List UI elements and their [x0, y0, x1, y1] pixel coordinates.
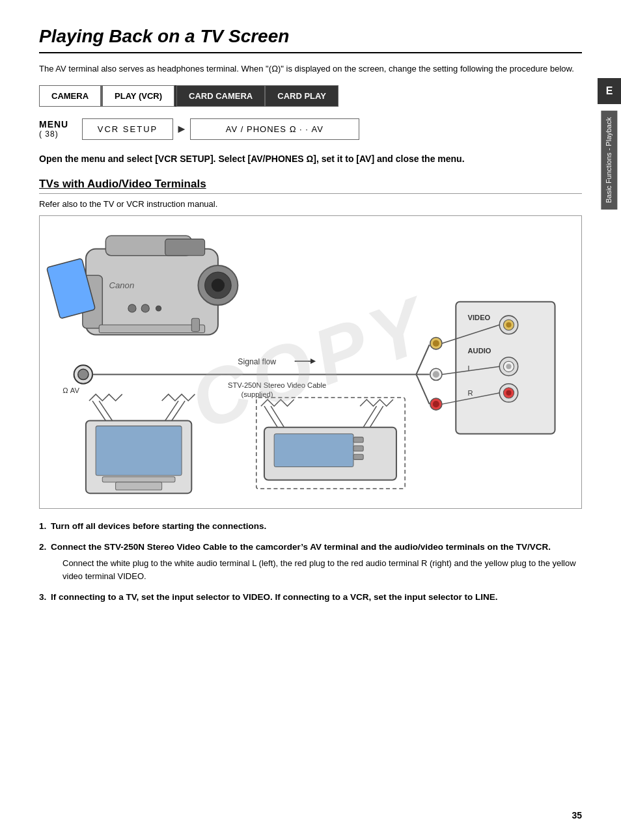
mode-btn-card-camera[interactable]: CARD CAMERA — [176, 85, 265, 107]
mode-buttons-row: CAMERA PLAY (VCR) CARD CAMERA CARD PLAY — [39, 85, 582, 107]
page-number: 35 — [572, 810, 582, 820]
av-label: Ω AV — [62, 386, 79, 394]
svg-line-42 — [99, 401, 112, 420]
mode-btn-camera[interactable]: CAMERA — [39, 85, 101, 107]
menu-label: MENU ( 38) — [39, 119, 78, 139]
svg-point-14 — [78, 370, 89, 380]
svg-line-50 — [271, 406, 284, 427]
svg-point-36 — [506, 390, 511, 396]
audio-label: AUDIO — [468, 347, 491, 355]
list-text-2: Connect the STV-250N Stereo Video Cable … — [51, 542, 551, 552]
svg-rect-40 — [116, 482, 162, 490]
sidebar-label: Basic Functions - Playback — [601, 111, 617, 210]
svg-rect-45 — [274, 434, 353, 467]
r-label: R — [468, 389, 473, 397]
svg-line-52 — [370, 406, 383, 427]
mode-btn-card-play[interactable]: CARD PLAY — [265, 85, 338, 107]
svg-line-49 — [264, 406, 277, 427]
svg-rect-47 — [353, 446, 363, 451]
menu-arrow-icon: ► — [176, 122, 187, 136]
menu-vcr-setup: VCR SETUP — [82, 118, 173, 140]
svg-point-3 — [212, 278, 225, 291]
svg-point-22 — [433, 372, 439, 378]
svg-point-11 — [156, 306, 161, 311]
list-num-1: 1. — [39, 519, 46, 534]
svg-marker-16 — [310, 359, 316, 364]
svg-line-23 — [416, 375, 429, 405]
section-subtext: Refer also to the TV or VCR instruction … — [39, 199, 582, 209]
diagram-svg: Canon Ω AV Signal flow STV-2 — [46, 223, 575, 500]
svg-rect-48 — [353, 454, 363, 459]
svg-point-25 — [433, 401, 439, 407]
svg-point-28 — [506, 322, 511, 327]
camcorder: Canon — [47, 236, 238, 334]
svg-line-44 — [172, 401, 185, 420]
page-container: E Basic Functions - Playback Playing Bac… — [0, 0, 621, 840]
diagram-box: COPY Canon — [39, 215, 582, 509]
svg-rect-12 — [99, 325, 204, 333]
menu-av-phones: AV / PHONES Ω · · AV — [190, 118, 359, 140]
page-title: Playing Back on a TV Screen — [39, 26, 582, 53]
svg-point-32 — [506, 364, 511, 369]
svg-line-41 — [92, 401, 105, 420]
list-item-2: 2. Connect the STV-250N Stereo Video Cab… — [39, 540, 582, 584]
svg-line-43 — [165, 401, 178, 420]
svg-text:Canon: Canon — [109, 281, 134, 291]
list-item-3: 3. If connecting to a TV, set the input … — [39, 590, 582, 604]
right-sidebar: E Basic Functions - Playback — [598, 0, 621, 840]
svg-point-10 — [141, 305, 149, 312]
svg-point-19 — [433, 340, 439, 347]
cable-label-text: STV-250N Stereo Video Cable — [228, 381, 326, 389]
instruction-text: Open the menu and select [VCR SETUP]. Se… — [39, 152, 582, 166]
intro-text: The AV terminal also serves as headphone… — [39, 62, 582, 76]
signal-flow-text: Signal flow — [238, 357, 276, 366]
menu-row: MENU ( 38) VCR SETUP ► AV / PHONES Ω · ·… — [39, 118, 582, 140]
section-header: TVs with Audio/Video Terminals — [39, 178, 582, 194]
svg-point-9 — [128, 305, 136, 312]
list-num-2: 2. — [39, 540, 46, 554]
list-text-1: Turn off all devices before starting the… — [51, 521, 266, 531]
list-num-3: 3. — [39, 590, 46, 604]
list-item-1: 1. Turn off all devices before starting … — [39, 519, 582, 534]
svg-line-17 — [416, 345, 429, 375]
video-label: VIDEO — [468, 314, 491, 321]
mode-btn-play-vcr[interactable]: PLAY (VCR) — [102, 85, 174, 107]
cable-supplied-text: (supplied) — [241, 390, 273, 398]
svg-line-51 — [363, 406, 376, 427]
svg-rect-39 — [102, 477, 175, 482]
list-subtext-2: Connect the white plug to the white audi… — [62, 557, 582, 584]
menu-ref: ( 38) — [39, 129, 78, 139]
svg-rect-38 — [96, 426, 182, 476]
menu-word: MENU — [39, 119, 68, 129]
svg-rect-6 — [165, 239, 205, 256]
e-badge: E — [598, 78, 621, 104]
numbered-list: 1. Turn off all devices before starting … — [39, 519, 582, 604]
list-text-3: If connecting to a TV, set the input sel… — [51, 592, 498, 602]
svg-rect-13 — [191, 318, 199, 331]
svg-rect-46 — [353, 437, 363, 442]
